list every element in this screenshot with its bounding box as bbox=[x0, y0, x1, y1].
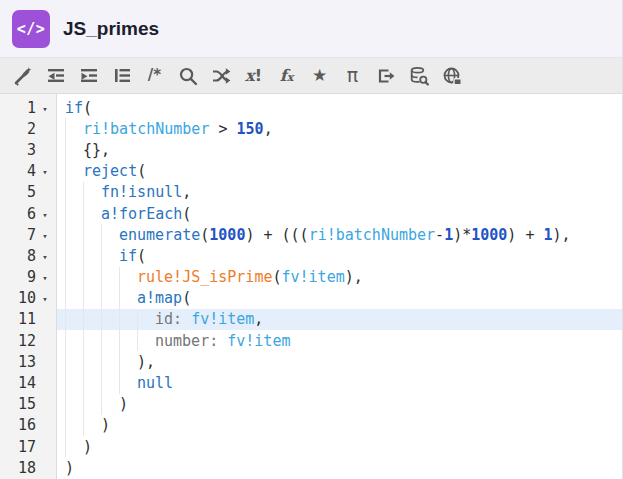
fold-marker-icon[interactable]: ▾ bbox=[36, 271, 54, 283]
magic-wand-icon bbox=[13, 66, 33, 86]
indent-guides bbox=[65, 351, 137, 372]
fold-marker-empty bbox=[36, 149, 54, 151]
code-line[interactable]: if( bbox=[57, 97, 622, 118]
fold-marker-empty bbox=[36, 340, 54, 342]
shuffle-button[interactable] bbox=[204, 62, 237, 90]
indent-icon bbox=[79, 66, 99, 86]
line-number: 2 bbox=[0, 120, 36, 138]
token-pl: ( bbox=[137, 162, 146, 180]
gutter-row: 18 bbox=[0, 457, 56, 478]
fold-marker-empty bbox=[36, 318, 54, 320]
gutter-row: 6▾ bbox=[0, 203, 56, 224]
line-number: 1 bbox=[0, 99, 36, 117]
line-number: 14 bbox=[0, 374, 36, 392]
code-line[interactable]: ) bbox=[57, 394, 622, 415]
fold-marker-icon[interactable]: ▾ bbox=[36, 165, 54, 177]
fold-marker-icon[interactable]: ▾ bbox=[36, 208, 54, 220]
line-number: 16 bbox=[0, 416, 36, 434]
star-icon: ★ bbox=[312, 67, 327, 84]
token-pl: ( bbox=[182, 205, 191, 223]
web-services-button[interactable] bbox=[435, 62, 468, 90]
indent-guides bbox=[65, 118, 83, 139]
line-number: 4 bbox=[0, 162, 36, 180]
functions-button[interactable]: fx bbox=[270, 62, 303, 90]
code-line[interactable]: ri!batchNumber > 150, bbox=[57, 118, 622, 139]
shuffle-icon bbox=[211, 66, 231, 86]
query-database-button[interactable] bbox=[402, 62, 435, 90]
token-pl: ), bbox=[137, 353, 155, 371]
page-title: JS_primes bbox=[63, 18, 159, 40]
code-line[interactable]: rule!JS_isPrime(fv!item), bbox=[57, 267, 622, 288]
code-line[interactable]: a!forEach( bbox=[57, 203, 622, 224]
search-icon bbox=[178, 66, 198, 86]
gutter-row: 1▾ bbox=[0, 97, 56, 118]
block-comment-button[interactable]: /* bbox=[138, 62, 171, 90]
token-var: ri!batchNumber bbox=[309, 226, 435, 244]
line-number: 6 bbox=[0, 205, 36, 223]
pi-icon: π bbox=[347, 66, 358, 85]
token-pl: ), bbox=[345, 268, 363, 286]
gutter: 1▾234▾56▾7▾8▾9▾10▾1112131415161718 bbox=[0, 94, 57, 479]
code-line[interactable]: enumerate(1000) + (((ri!batchNumber-1)*1… bbox=[57, 224, 622, 245]
code-line[interactable]: reject( bbox=[57, 161, 622, 182]
code-line-active[interactable]: id: fv!item, bbox=[57, 309, 622, 330]
gutter-row: 8▾ bbox=[0, 245, 56, 266]
fold-marker-icon[interactable]: ▾ bbox=[36, 292, 54, 304]
token-pl: ) bbox=[101, 416, 110, 434]
fold-marker-icon[interactable]: ▾ bbox=[36, 102, 54, 114]
code-line[interactable]: fn!isnull, bbox=[57, 182, 622, 203]
favorites-button[interactable]: ★ bbox=[303, 62, 336, 90]
gutter-row: 5 bbox=[0, 182, 56, 203]
search-button[interactable] bbox=[171, 62, 204, 90]
constants-button[interactable]: π bbox=[336, 62, 369, 90]
code-line[interactable]: {}, bbox=[57, 139, 622, 160]
token-pl bbox=[218, 332, 227, 350]
indent-guides bbox=[65, 182, 101, 203]
format-code-button[interactable] bbox=[6, 62, 39, 90]
code-line[interactable]: ) bbox=[57, 436, 622, 457]
token-num: 1 bbox=[444, 226, 453, 244]
code-editor[interactable]: 1▾234▾56▾7▾8▾9▾10▾1112131415161718 if(ri… bbox=[0, 94, 622, 479]
line-number: 12 bbox=[0, 332, 36, 350]
token-pl: ) + ((( bbox=[245, 226, 308, 244]
export-button[interactable] bbox=[369, 62, 402, 90]
code-lines[interactable]: if(ri!batchNumber > 150,{},reject(fn!isn… bbox=[57, 94, 622, 479]
gutter-row: 3 bbox=[0, 139, 56, 160]
code-line[interactable]: a!map( bbox=[57, 288, 622, 309]
code-badge-icon: </> bbox=[12, 10, 50, 48]
format-indentation-button[interactable] bbox=[105, 62, 138, 90]
line-number: 13 bbox=[0, 353, 36, 371]
line-number: 5 bbox=[0, 183, 36, 201]
indent-guides bbox=[65, 330, 155, 351]
indent-guides bbox=[65, 203, 101, 224]
toolbar: /*x!fx★π bbox=[0, 58, 622, 94]
gutter-row: 14 bbox=[0, 372, 56, 393]
code-line[interactable]: if( bbox=[57, 245, 622, 266]
gutter-row: 11 bbox=[0, 309, 56, 330]
expression-editor-window: </> JS_primes /*x!fx★π 1▾234▾56▾7▾8▾9▾10… bbox=[0, 0, 623, 479]
token-num: 1000 bbox=[209, 226, 245, 244]
code-line[interactable]: number: fv!item bbox=[57, 330, 622, 351]
code-line[interactable]: ), bbox=[57, 351, 622, 372]
code-line[interactable]: ) bbox=[57, 457, 622, 478]
gutter-row: 17 bbox=[0, 436, 56, 457]
fold-marker-icon[interactable]: ▾ bbox=[36, 250, 54, 262]
fold-marker-icon[interactable]: ▾ bbox=[36, 229, 54, 241]
fold-marker-empty bbox=[36, 424, 54, 426]
gutter-row: 7▾ bbox=[0, 224, 56, 245]
fold-marker-empty bbox=[36, 128, 54, 130]
token-pl: ) bbox=[119, 395, 128, 413]
gutter-row: 15 bbox=[0, 394, 56, 415]
test-values-button[interactable]: x! bbox=[237, 62, 270, 90]
code-line[interactable]: null bbox=[57, 372, 622, 393]
code-line[interactable]: ) bbox=[57, 415, 622, 436]
outdent-icon bbox=[46, 66, 66, 86]
line-number: 17 bbox=[0, 438, 36, 456]
token-pl: ( bbox=[83, 99, 92, 117]
token-fn: fn!isnull bbox=[101, 183, 182, 201]
outdent-button[interactable] bbox=[39, 62, 72, 90]
indent-guides bbox=[65, 139, 83, 160]
token-pl: ) + bbox=[507, 226, 543, 244]
token-fn: reject bbox=[83, 162, 137, 180]
indent-button[interactable] bbox=[72, 62, 105, 90]
